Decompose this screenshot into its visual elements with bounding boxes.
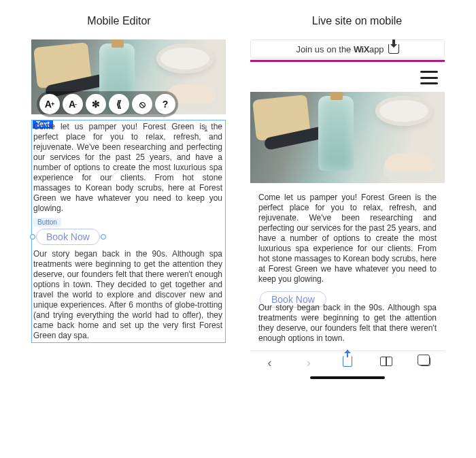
help-icon: ? bbox=[163, 99, 169, 110]
book-now-button[interactable]: Book Now bbox=[36, 229, 100, 245]
increase-font-button[interactable]: A+ bbox=[39, 94, 60, 114]
browser-toolbar: ‹ › bbox=[250, 350, 445, 374]
share-button[interactable] bbox=[339, 356, 356, 370]
share-icon bbox=[343, 356, 352, 367]
banner-text: Join us on the WiXapp bbox=[296, 44, 384, 54]
selected-text-element[interactable]: Come let us pamper you! Forest Green is … bbox=[31, 120, 226, 343]
menu-button[interactable] bbox=[420, 71, 438, 84]
tabs-icon bbox=[420, 357, 430, 366]
decrease-font-button[interactable]: A- bbox=[63, 94, 83, 114]
eye-off-icon: ⦸ bbox=[139, 99, 146, 110]
paragraph-2[interactable]: Our story began back in the 90s. Althoug… bbox=[32, 248, 225, 342]
forward-button: › bbox=[301, 357, 317, 369]
editor-label: Mobile Editor bbox=[0, 15, 238, 27]
wix-app-banner[interactable]: Join us on the WiXapp bbox=[250, 39, 445, 59]
home-indicator bbox=[310, 376, 385, 379]
download-icon bbox=[388, 44, 399, 54]
text-toolbar: A+ A- ✻ ⟪ ⦸ ? bbox=[37, 91, 178, 117]
align-button[interactable]: ⟪ bbox=[109, 94, 129, 114]
paragraph-1[interactable]: Come let us pamper you! Forest Green is … bbox=[32, 120, 225, 215]
live-label: Live site on mobile bbox=[238, 15, 476, 27]
book-icon bbox=[380, 357, 392, 366]
back-button[interactable]: ‹ bbox=[262, 357, 278, 369]
hide-button[interactable]: ⦸ bbox=[132, 94, 152, 114]
banner-underline bbox=[250, 60, 445, 62]
paragraph-1: Come let us pamper you! Forest Green is … bbox=[258, 190, 437, 287]
bookmarks-button[interactable] bbox=[378, 357, 394, 369]
mobile-editor-pane: A+ A- ✻ ⟪ ⦸ ? Text ⤓ bbox=[31, 39, 226, 379]
help-button[interactable]: ? bbox=[155, 94, 175, 114]
settings-button[interactable]: ✻ bbox=[86, 94, 106, 114]
gear-icon: ✻ bbox=[92, 99, 100, 110]
tabs-button[interactable] bbox=[417, 357, 433, 369]
element-type-tag-button: Button bbox=[33, 218, 61, 227]
live-site-pane: Join us on the WiXapp Come le bbox=[250, 39, 445, 379]
paragraph-2: Our story began back in the 90s. Althoug… bbox=[258, 300, 437, 346]
hero-image bbox=[250, 92, 445, 183]
align-icon: ⟪ bbox=[116, 99, 122, 110]
